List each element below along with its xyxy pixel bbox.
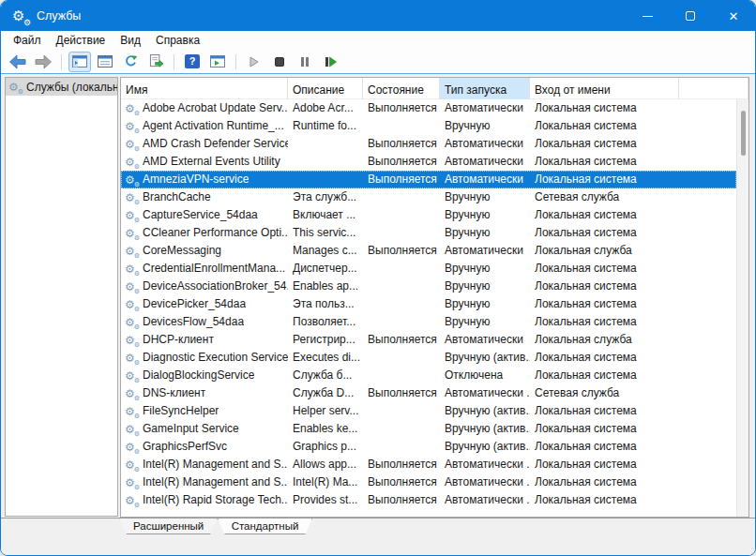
window-title: Службы [37,9,81,23]
column-header-name[interactable]: ⌃ Имя [121,78,288,99]
service-row[interactable]: ⚙Diagnostic Execution ServiceExecutes di… [121,349,736,367]
properties-button[interactable] [94,52,116,72]
forward-arrow-icon [35,55,52,68]
column-header-status[interactable]: Состояние [363,78,440,99]
service-name: DHCP-клиент [143,331,214,349]
service-gear-icon: ⚙ [125,334,139,347]
show-console-tree-button[interactable] [68,52,91,72]
service-name: DNS-клиент [143,384,205,402]
service-row[interactable]: ⚙DevicesFlow_54daaПозволяет...ВручнуюЛок… [121,313,736,331]
service-row[interactable]: ⚙CoreMessagingManages c...ВыполняетсяАвт… [121,242,736,260]
service-row[interactable]: ⚙GameInput ServiceEnables ke...Вручную (… [121,420,736,438]
service-gear-icon: ⚙ [125,102,139,115]
help-button[interactable]: ? [181,52,204,72]
service-row[interactable]: ⚙DNS-клиентСлужба D...ВыполняетсяАвтомат… [121,384,736,402]
menu-file[interactable]: Файл [6,31,49,50]
service-gear-icon: ⚙ [125,352,139,365]
show-extended-view-button[interactable] [206,52,229,72]
service-row[interactable]: ⚙Intel(R) Management and S...Intel(R) Ma… [121,473,736,491]
pause-service-button[interactable] [294,52,316,72]
back-arrow-icon [9,55,26,68]
service-name: Agent Activation Runtime_... [143,117,284,135]
scrollbar-thumb[interactable] [741,111,746,156]
toolbar: ? [1,50,755,74]
service-name: CoreMessaging [143,242,221,260]
toolbar-separator [61,54,62,69]
refresh-button[interactable] [119,52,142,72]
service-name: Intel(R) Management and S... [143,456,288,473]
service-row[interactable]: ⚙CCleaner Performance Opti...This servic… [121,224,736,242]
service-gear-icon: ⚙ [125,405,139,418]
service-gear-icon: ⚙ [125,369,139,383]
service-row[interactable]: ⚙Agent Activation Runtime_...Runtime fo.… [121,117,736,135]
minimize-icon [643,16,653,17]
menu-view[interactable]: Вид [113,31,148,50]
column-header-log-on-as[interactable]: Вход от имени [530,78,679,99]
service-gear-icon: ⚙ [125,120,139,133]
service-gear-icon: ⚙ [125,209,139,222]
stop-service-button[interactable] [268,52,291,72]
service-name: DeviceAssociationBroker_54... [143,278,288,295]
service-row[interactable]: ⚙Adobe Acrobat Update Serv...Adobe Acr..… [121,99,736,117]
pause-icon [299,56,310,68]
service-row[interactable]: ⚙CredentialEnrollmentMana...Диспетчер...… [121,260,736,278]
column-header-filler [679,78,748,99]
console-tree-panel: ⚙ Службы (локальные) [5,77,118,517]
start-service-button[interactable] [243,52,265,72]
service-name: DialogBlockingService [143,367,254,384]
extended-view-icon [210,55,225,68]
service-row[interactable]: ⚙AMD Crash Defender ServiceВыполняетсяАв… [121,135,736,153]
service-name: Diagnostic Execution Service [143,349,288,367]
tree-item-services-local[interactable]: ⚙ Службы (локальные) [6,78,117,96]
forward-button[interactable] [32,52,54,72]
service-gear-icon: ⚙ [125,298,139,311]
service-name: FileSyncHelper [143,402,219,420]
close-icon: ✕ [729,9,739,23]
service-row[interactable]: ⚙AmneziaVPN-serviceВыполняетсяАвтоматиче… [121,171,736,188]
maximize-button[interactable] [669,1,712,31]
menu-help[interactable]: Справка [148,31,207,50]
service-row[interactable]: ⚙DevicePicker_54daaЭта польз...ВручнуюЛо… [121,295,736,313]
export-list-button[interactable] [144,52,167,72]
menu-action[interactable]: Действие [49,31,113,50]
services-list-panel: ⌃ Имя Описание Состояние Тип запуска Вхо… [120,77,749,518]
vertical-scrollbar[interactable] [736,99,748,517]
service-row[interactable]: ⚙AMD External Events UtilityВыполняетсяА… [121,153,736,171]
service-row[interactable]: ⚙CaptureService_54daaВключает ...Вручную… [121,206,736,224]
services-node-icon: ⚙ [8,81,23,94]
service-name: GraphicsPerfSvc [143,438,227,456]
service-row[interactable]: ⚙DeviceAssociationBroker_54...Enables ap… [121,278,736,295]
title-bar: ⚙⚙ Службы ✕ [1,1,755,31]
service-name: BranchCache [143,188,211,206]
service-row[interactable]: ⚙BranchCacheЭта служб...ВручнуюСетевая с… [121,188,736,206]
service-row[interactable]: ⚙Intel(R) Management and S...Allows app.… [121,456,736,473]
tab-extended[interactable]: Расширенный [119,518,218,534]
service-row[interactable]: ⚙FileSyncHelperHelper serv...Вручную (ак… [121,402,736,420]
properties-icon [98,55,113,68]
service-name: AMD Crash Defender Service [143,135,288,153]
tab-standard[interactable]: Стандартный [218,518,313,534]
tree-item-label: Службы (локальные) [26,81,117,94]
restart-service-button[interactable] [319,52,341,72]
toolbar-separator [235,54,236,69]
close-button[interactable]: ✕ [712,1,755,31]
service-gear-icon: ⚙ [125,494,139,507]
service-gear-icon: ⚙ [125,280,139,293]
column-header-description[interactable]: Описание [288,78,363,99]
column-header-startup-type[interactable]: Тип запуска [440,78,530,99]
service-name: Adobe Acrobat Update Serv... [143,99,288,117]
help-icon: ? [185,54,200,68]
service-gear-icon: ⚙ [125,173,139,187]
service-gear-icon: ⚙ [125,156,139,169]
service-name: CCleaner Performance Opti... [143,224,288,242]
services-window: ⚙⚙ Службы ✕ Файл Действие Вид Справка [0,0,756,556]
service-row[interactable]: ⚙DHCP-клиентРегистрир...ВыполняетсяАвтом… [121,331,736,349]
service-row[interactable]: ⚙DialogBlockingServiceСлужба б...Отключе… [121,367,736,384]
service-row[interactable]: ⚙GraphicsPerfSvcGraphics p...Вручную (ак… [121,438,736,456]
sort-asc-icon: ⌃ [200,78,207,83]
back-button[interactable] [7,52,29,72]
service-gear-icon: ⚙ [125,441,139,454]
service-name: Intel(R) Rapid Storage Tech... [143,491,288,509]
minimize-button[interactable] [626,1,669,31]
service-row[interactable]: ⚙Intel(R) Rapid Storage Tech...Provides … [121,491,736,509]
